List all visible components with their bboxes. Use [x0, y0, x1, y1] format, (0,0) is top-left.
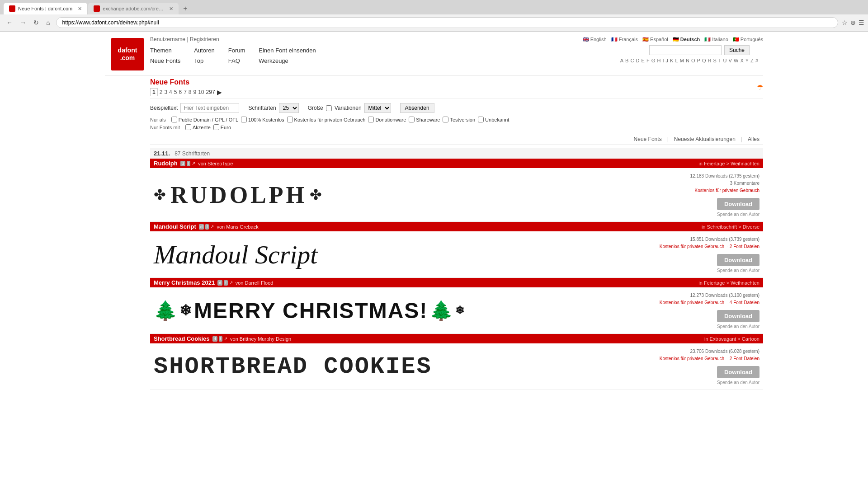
alpha-k[interactable]: K: [670, 58, 673, 63]
alpha-t[interactable]: T: [718, 58, 722, 63]
page-current[interactable]: 1: [150, 88, 158, 96]
font-name-rudolph[interactable]: Rudolph: [154, 160, 178, 167]
url-bar[interactable]: [56, 17, 838, 28]
page-3[interactable]: 3: [164, 89, 167, 95]
filter-pd-label[interactable]: Public Domain / GPL / OFL: [171, 117, 238, 122]
nav-autoren[interactable]: Autoren: [194, 45, 215, 56]
page-8[interactable]: 8: [189, 89, 192, 95]
page-6[interactable]: 6: [179, 89, 182, 95]
register-link[interactable]: Registrieren: [190, 36, 219, 42]
download-button-mandoul[interactable]: Download: [717, 254, 760, 266]
lang-portugues[interactable]: 🇵🇹 Português: [733, 37, 763, 42]
search-button[interactable]: Suche: [724, 45, 750, 55]
filter-pfree-checkbox[interactable]: [287, 117, 293, 122]
nav-themen[interactable]: Themen: [150, 45, 180, 56]
alpha-v[interactable]: V: [729, 58, 732, 63]
bookmark-icon[interactable]: ☆: [842, 19, 848, 26]
nav-alles-link[interactable]: Alles: [748, 136, 760, 142]
filter-acc-label[interactable]: Akzente: [185, 124, 211, 130]
font-size-select[interactable]: 25: [279, 103, 299, 113]
alpha-l[interactable]: L: [675, 58, 678, 63]
external-link-icon-mandoul[interactable]: ↗: [210, 224, 214, 230]
lang-italiano[interactable]: 🇮🇹 Italiano: [704, 37, 728, 42]
pagination-next[interactable]: ▶: [217, 89, 222, 96]
alpha-g[interactable]: G: [651, 58, 656, 63]
close-tab-dafont[interactable]: ✕: [78, 6, 82, 12]
external-link-icon-rudolph[interactable]: ↗: [192, 161, 195, 166]
nav-forum[interactable]: Forum: [228, 45, 245, 56]
filter-acc-checkbox[interactable]: [185, 124, 191, 130]
filter-share-label[interactable]: Shareware: [409, 117, 440, 122]
filter-free-label[interactable]: 100% Kostenlos: [241, 117, 284, 122]
page-4[interactable]: 4: [169, 89, 172, 95]
alpha-m[interactable]: M: [680, 58, 684, 63]
external-link-icon-shortbread[interactable]: ↗: [224, 336, 227, 342]
filter-pd-checkbox[interactable]: [171, 117, 177, 122]
lang-espanol[interactable]: 🇪🇸 Español: [642, 37, 668, 42]
alpha-j[interactable]: J: [666, 58, 669, 63]
font-category-mandoul[interactable]: in Schreibschrift > Diverse: [702, 224, 760, 230]
filter-unk-checkbox[interactable]: [478, 117, 484, 122]
home-button[interactable]: ⌂: [43, 18, 52, 27]
variationen-checkbox[interactable]: [326, 105, 332, 111]
font-name-shortbread[interactable]: Shortbread Cookies: [154, 335, 210, 342]
alpha-p[interactable]: P: [697, 58, 700, 63]
alpha-s[interactable]: S: [713, 58, 717, 63]
filter-submit-button[interactable]: Absenden: [400, 103, 434, 113]
donate-link-shortbread[interactable]: Spende an den Autor: [717, 380, 760, 385]
filter-free-checkbox[interactable]: [241, 117, 247, 122]
download-button-shortbread[interactable]: Download: [717, 366, 760, 378]
alpha-n[interactable]: N: [686, 58, 689, 63]
filter-unk-label[interactable]: Unbekannt: [478, 117, 509, 122]
alpha-q[interactable]: Q: [702, 58, 706, 63]
alpha-u[interactable]: U: [723, 58, 727, 63]
new-tab-button[interactable]: +: [179, 3, 191, 14]
download-button-merry[interactable]: Download: [717, 310, 760, 322]
lang-english[interactable]: 🇬🇧 English: [583, 37, 607, 42]
search-input[interactable]: [649, 45, 722, 55]
close-tab-adobe[interactable]: ✕: [169, 6, 173, 12]
alpha-a[interactable]: A: [620, 58, 623, 63]
download-button-rudolph[interactable]: Download: [717, 198, 760, 210]
display-size-select[interactable]: Mittel: [364, 103, 391, 113]
donate-link-mandoul[interactable]: Spende an den Autor: [717, 268, 760, 273]
login-link[interactable]: Benutzername: [150, 36, 185, 42]
font-name-mandoul[interactable]: Mandoul Script: [154, 223, 196, 230]
nav-top[interactable]: Top: [194, 56, 215, 66]
external-link-icon-merry[interactable]: ↗: [229, 280, 233, 286]
donate-link-merry[interactable]: Spende an den Autor: [717, 324, 760, 329]
forward-button[interactable]: →: [17, 18, 29, 27]
nav-faq[interactable]: FAQ: [228, 56, 245, 66]
refresh-button[interactable]: ↻: [31, 18, 42, 27]
filter-euro-checkbox[interactable]: [213, 124, 219, 130]
nav-neueste-link[interactable]: Neueste Aktualisierungen: [674, 136, 736, 142]
alpha-c[interactable]: C: [631, 58, 634, 63]
nav-neue-fonts[interactable]: Neue Fonts: [150, 56, 180, 66]
menu-icon[interactable]: ☰: [859, 19, 864, 26]
extension-icon[interactable]: ⊕: [850, 19, 856, 26]
example-text-input[interactable]: [180, 103, 239, 113]
alpha-h[interactable]: H: [657, 58, 660, 63]
alpha-d[interactable]: D: [636, 58, 640, 63]
tab-adobe[interactable]: exchange.adobe.com/creative... ✕: [88, 3, 179, 14]
filter-euro-label[interactable]: Euro: [213, 124, 231, 130]
page-10[interactable]: 10: [198, 89, 204, 95]
nav-werkzeuge[interactable]: Werkzeuge: [259, 56, 316, 66]
alpha-b[interactable]: B: [625, 58, 628, 63]
page-2[interactable]: 2: [160, 89, 163, 95]
alpha-i[interactable]: I: [662, 58, 664, 63]
filter-don-checkbox[interactable]: [368, 117, 374, 122]
alpha-x[interactable]: X: [740, 58, 743, 63]
lang-francais[interactable]: 🇫🇷 Français: [611, 37, 638, 42]
page-9[interactable]: 9: [193, 89, 197, 95]
alpha-hash[interactable]: #: [755, 58, 758, 63]
variationen-label[interactable]: Variationen: [335, 105, 362, 111]
alpha-z[interactable]: Z: [750, 58, 754, 63]
font-category-merry[interactable]: in Feiertage > Weihnachten: [698, 280, 760, 286]
alpha-f[interactable]: F: [646, 58, 650, 63]
page-7[interactable]: 7: [184, 89, 187, 95]
font-name-merry[interactable]: Merry Christmas 2021: [154, 279, 215, 286]
alpha-w[interactable]: W: [734, 58, 738, 63]
back-button[interactable]: ←: [4, 18, 15, 27]
nav-font-einsenden[interactable]: Einen Font einsenden: [259, 45, 316, 56]
